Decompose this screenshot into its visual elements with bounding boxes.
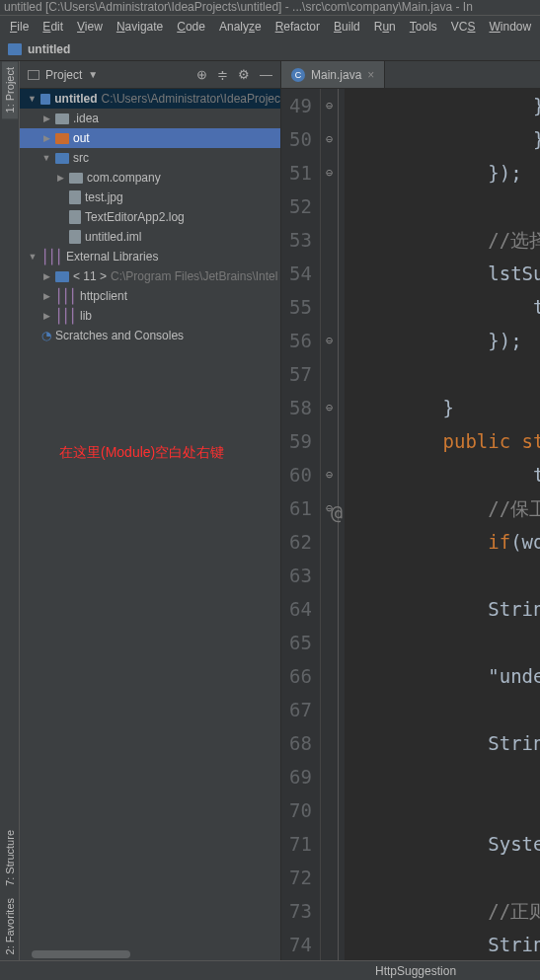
close-icon[interactable]: × <box>367 68 374 82</box>
expand-arrow-icon[interactable]: ▶ <box>41 291 51 301</box>
project-view-selector[interactable]: Project ▼ <box>28 68 191 82</box>
menu-analyze[interactable]: Analyze <box>213 18 268 36</box>
menu-navigate[interactable]: Navigate <box>111 18 169 36</box>
library-icon: ⎮⎮⎮ <box>55 288 76 304</box>
expand-arrow-icon[interactable]: ▶ <box>55 173 65 183</box>
menu-tools[interactable]: Tools <box>404 18 443 36</box>
at-marker-icon: @ <box>331 500 343 524</box>
editor-tabs: C Main.java × <box>281 61 540 89</box>
tree-node-out[interactable]: ▶ out <box>20 128 280 148</box>
chevron-down-icon: ▼ <box>88 69 98 80</box>
menu-vcs[interactable]: VCS <box>445 18 482 36</box>
package-icon <box>69 173 83 184</box>
tab-label: Main.java <box>311 68 361 82</box>
tree-node-lib[interactable]: ▶ ⎮⎮⎮ lib <box>20 306 280 326</box>
menu-run[interactable]: Run <box>368 18 402 36</box>
expand-arrow-icon[interactable]: ▶ <box>41 133 51 143</box>
library-icon: ⎮⎮⎮ <box>55 308 76 324</box>
editor-tab-main[interactable]: C Main.java × <box>281 61 385 88</box>
menu-edit[interactable]: Edit <box>37 18 69 36</box>
tree-node-external-libraries[interactable]: ▼ ⎮⎮⎮ External Libraries <box>20 247 280 266</box>
tool-tab-favorites[interactable]: 2: Favorites <box>2 892 18 960</box>
file-icon <box>69 210 81 224</box>
project-tree: ▼ untitled C:\Users\Administrator\IdeaPr… <box>20 89 280 960</box>
editor: C Main.java × 49505152535455565758596061… <box>281 61 540 960</box>
class-icon: C <box>291 68 305 82</box>
expand-arrow-icon[interactable]: ▼ <box>28 94 37 104</box>
tree-node-scratches[interactable]: ◔ Scratches and Consoles <box>20 326 280 345</box>
folder-icon <box>55 133 69 144</box>
file-icon <box>69 230 81 244</box>
status-bar: HttpSuggestion <box>0 960 540 980</box>
tree-node-texteditorlog[interactable]: TextEditorApp2.log <box>20 207 280 227</box>
menu-window[interactable]: Window <box>483 18 537 36</box>
code-lines[interactable]: } } }); //选择 lstSug tx }); } public sta … <box>345 89 540 960</box>
collapse-icon[interactable]: ≑ <box>217 67 228 82</box>
left-tool-strip: 1: Project 7: Structure 2: Favorites <box>0 61 20 960</box>
line-number-gutter[interactable]: 4950515253545556575859606162636465666768… <box>281 89 321 960</box>
tree-node-idea[interactable]: ▶ .idea <box>20 109 280 128</box>
tool-tab-structure[interactable]: 7: Structure <box>2 824 18 892</box>
title-bar: untitled [C:\Users\Administrator\IdeaPro… <box>0 0 540 16</box>
breadcrumb: untitled <box>0 38 540 61</box>
tree-node-iml[interactable]: untitled.iml <box>20 227 280 247</box>
breadcrumb-text[interactable]: untitled <box>28 42 70 56</box>
module-icon <box>40 94 50 105</box>
locate-icon[interactable]: ⊕ <box>196 67 207 82</box>
tree-node-httpclient[interactable]: ▶ ⎮⎮⎮ httpclient <box>20 286 280 306</box>
expand-arrow-icon[interactable]: ▶ <box>41 271 51 281</box>
tool-tab-project[interactable]: 1: Project <box>2 61 18 118</box>
library-icon: ⎮⎮⎮ <box>41 249 62 264</box>
project-header-title: Project <box>45 68 82 82</box>
annotation-overlay: 在这里(Module)空白处右键 <box>59 444 224 462</box>
menu-refactor[interactable]: Refactor <box>270 18 326 36</box>
menu-file[interactable]: File <box>4 18 35 36</box>
tree-node-src[interactable]: ▼ src <box>20 148 280 168</box>
file-icon <box>69 190 81 204</box>
project-panel-header: Project ▼ ⊕ ≑ ⚙ — <box>20 61 280 89</box>
project-icon <box>28 70 39 80</box>
tree-node-jdk[interactable]: ▶ < 11 > C:\Program Files\JetBrains\Inte… <box>20 266 280 286</box>
gear-icon[interactable]: ⚙ <box>238 67 250 82</box>
menu-build[interactable]: Build <box>328 18 366 36</box>
menu-view[interactable]: View <box>71 18 109 36</box>
horizontal-scrollbar[interactable] <box>22 948 278 960</box>
expand-arrow-icon[interactable]: ▶ <box>41 113 51 123</box>
expand-arrow-icon[interactable]: ▼ <box>28 252 38 262</box>
tree-node-testjpg[interactable]: test.jpg <box>20 188 280 207</box>
expand-arrow-icon[interactable]: ▶ <box>41 311 51 321</box>
status-text: HttpSuggestion <box>375 964 456 978</box>
jdk-icon <box>55 271 69 282</box>
tree-node-company[interactable]: ▶ com.company <box>20 168 280 188</box>
menu-code[interactable]: Code <box>171 18 211 36</box>
tree-node-root[interactable]: ▼ untitled C:\Users\Administrator\IdeaPr… <box>20 89 280 109</box>
source-folder-icon <box>55 153 69 164</box>
menu-bar: File Edit View Navigate Code Analyze Ref… <box>0 16 540 38</box>
expand-arrow-icon[interactable]: ▼ <box>41 153 51 163</box>
folder-icon <box>8 43 22 55</box>
project-panel: Project ▼ ⊕ ≑ ⚙ — ▼ untitled C:\Users\Ad… <box>20 61 281 960</box>
scratches-icon: ◔ <box>41 329 51 342</box>
folder-icon <box>55 113 69 124</box>
hide-icon[interactable]: — <box>260 67 272 82</box>
fold-gutter[interactable]: ⊖⊖⊖⊖⊖⊖⊖ <box>321 89 339 960</box>
scrollbar-thumb[interactable] <box>32 950 130 958</box>
